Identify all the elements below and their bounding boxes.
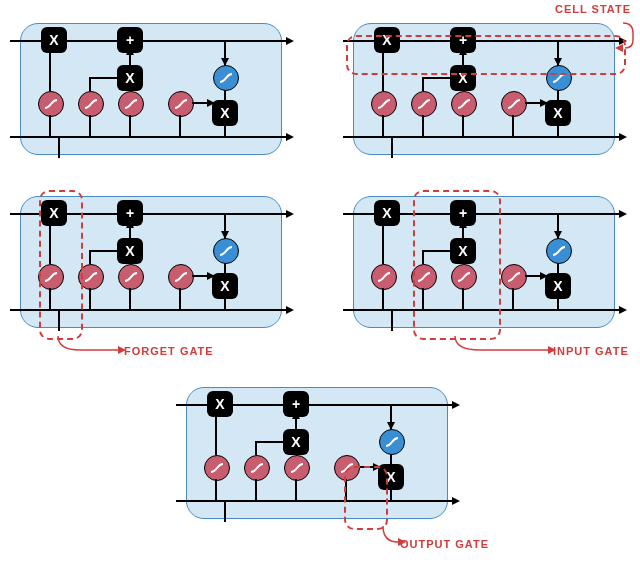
sigmoid-icon bbox=[244, 455, 270, 481]
label-forget-gate: FORGET GATE bbox=[124, 345, 214, 357]
tanh-icon bbox=[213, 65, 239, 91]
mult-op: X bbox=[41, 27, 67, 53]
sigmoid-icon bbox=[501, 264, 527, 290]
mult-op: X bbox=[545, 100, 571, 126]
mult-op: X bbox=[117, 65, 143, 91]
sigmoid-icon bbox=[411, 91, 437, 117]
label-input-gate: INPUT GATE bbox=[553, 345, 629, 357]
mult-op: X bbox=[374, 200, 400, 226]
sigmoid-icon bbox=[501, 91, 527, 117]
sigmoid-icon bbox=[371, 264, 397, 290]
sigmoid-icon bbox=[451, 91, 477, 117]
sigmoid-icon bbox=[78, 91, 104, 117]
highlight-output_gate bbox=[344, 466, 388, 530]
tanh-icon bbox=[379, 429, 405, 455]
sigmoid-icon bbox=[204, 455, 230, 481]
sigmoid-icon bbox=[371, 91, 397, 117]
sigmoid-icon bbox=[118, 264, 144, 290]
mult-op: X bbox=[117, 238, 143, 264]
highlight-input_gate bbox=[413, 190, 501, 340]
tanh-icon bbox=[213, 238, 239, 264]
mult-op: X bbox=[283, 429, 309, 455]
mult-op: X bbox=[207, 391, 233, 417]
highlight-cell_state bbox=[346, 35, 626, 75]
mult-op: X bbox=[545, 273, 571, 299]
sigmoid-icon bbox=[168, 264, 194, 290]
highlight-forget_gate bbox=[39, 190, 83, 340]
sigmoid-icon bbox=[38, 91, 64, 117]
tanh-icon bbox=[546, 238, 572, 264]
sigmoid-icon bbox=[168, 91, 194, 117]
label-cell-state: CELL STATE bbox=[555, 3, 631, 15]
label-output-gate: OUTPUT GATE bbox=[400, 538, 489, 550]
mult-op: X bbox=[212, 273, 238, 299]
sigmoid-icon bbox=[118, 91, 144, 117]
mult-op: X bbox=[212, 100, 238, 126]
sigmoid-icon bbox=[284, 455, 310, 481]
